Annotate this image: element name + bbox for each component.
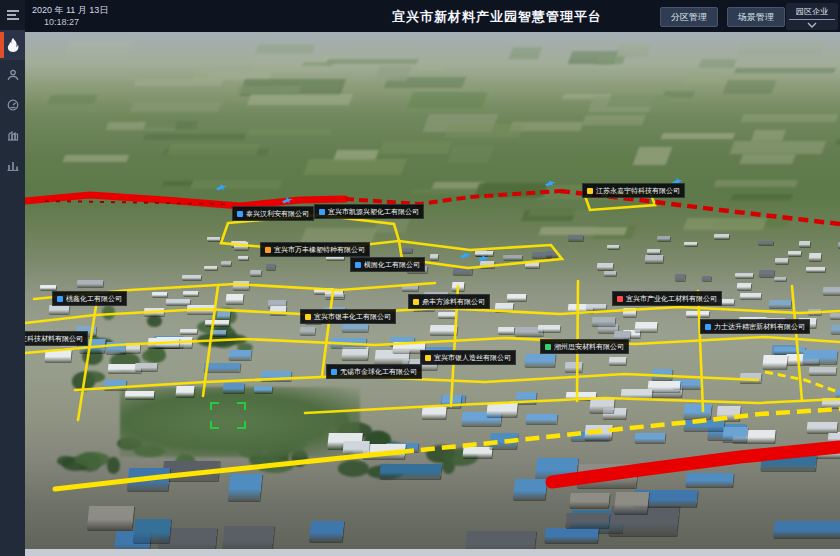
company-label[interactable]: 宜兴市万丰橡塑特种有限公司	[260, 242, 370, 257]
selection-reticle	[210, 402, 246, 429]
fire-icon	[7, 38, 19, 52]
company-label[interactable]: 江苏永嘉宇特科技有限公司	[582, 183, 685, 198]
company-label[interactable]: 无锡市金球化工有限公司	[326, 364, 422, 379]
company-label[interactable]: 泰兴汉利安有限公司	[232, 206, 314, 221]
zone-manage-button[interactable]: 分区管理	[660, 7, 718, 27]
sidebar-item-menu-toggle[interactable]	[0, 0, 25, 30]
company-label[interactable]: 横固化工有限公司	[350, 257, 425, 272]
company-label-text: 无锡市金球化工有限公司	[340, 367, 417, 376]
company-label[interactable]: 宜兴市产业化工材料有限公司	[612, 291, 722, 306]
datetime: 2020 年 11 月 13日 10:18:27	[32, 4, 108, 28]
sidebar-item-monitoring[interactable]	[0, 90, 25, 120]
company-label[interactable]: 潮州思安材料有限公司	[540, 339, 629, 354]
sidebar-item-personnel[interactable]	[0, 60, 25, 90]
sidebar	[0, 0, 25, 556]
company-label-text: 泰兴汉利安有限公司	[246, 209, 309, 218]
sidebar-item-enterprises[interactable]	[0, 120, 25, 150]
park-enterprise-dropdown[interactable]: 园区企业	[786, 3, 838, 30]
gauge-icon	[7, 99, 19, 111]
company-label[interactable]: 桃鑫化工有限公司	[52, 291, 127, 306]
company-marker-icon	[355, 262, 361, 268]
company-label-text: 横固化工有限公司	[364, 260, 420, 269]
company-label-text: 宜兴市银丰化工有限公司	[314, 312, 391, 321]
company-label-text: 兴超旺科技材料有限公司	[25, 334, 83, 343]
company-marker-icon	[237, 211, 243, 217]
scene-manage-button[interactable]: 场景管理	[727, 7, 785, 27]
factory-icon	[7, 129, 19, 141]
company-label-text: 鼎丰方涂料有限公司	[422, 297, 485, 306]
company-marker-icon	[587, 188, 593, 194]
company-marker-icon	[319, 209, 325, 215]
company-marker-icon	[305, 314, 311, 320]
smart-park-platform: 2020 年 11 月 13日 10:18:27 宜兴市新材料产业园智慧管理平台…	[0, 0, 840, 556]
bottom-edge-strip	[25, 549, 840, 556]
company-marker-icon	[331, 369, 337, 375]
company-label-text: 潮州思安材料有限公司	[554, 342, 624, 351]
company-marker-icon	[617, 296, 623, 302]
company-label-text: 宜兴市产业化工材料有限公司	[626, 294, 717, 303]
page-title: 宜兴市新材料产业园智慧管理平台	[392, 8, 602, 26]
company-marker-icon	[545, 344, 551, 350]
company-label[interactable]: 兴超旺科技材料有限公司	[25, 331, 88, 346]
company-label-text: 江苏永嘉宇特科技有限公司	[596, 186, 680, 195]
company-marker-icon	[265, 247, 271, 253]
company-label-text: 宜兴市银人造丝有限公司	[434, 353, 511, 362]
company-label-text: 宜兴市万丰橡塑特种有限公司	[274, 245, 365, 254]
company-marker-icon	[57, 296, 63, 302]
chevron-down-icon	[786, 22, 838, 28]
company-label-text: 宜兴市凯源兴塑化工有限公司	[328, 207, 419, 216]
sidebar-item-fire-monitor[interactable]	[0, 30, 25, 60]
company-label[interactable]: 力士达升精密新材料有限公司	[700, 319, 810, 334]
company-label[interactable]: 鼎丰方涂料有限公司	[408, 294, 490, 309]
date-text: 2020 年 11 月 13日	[32, 5, 108, 15]
company-label-text: 桃鑫化工有限公司	[66, 294, 122, 303]
company-label-text: 力士达升精密新材料有限公司	[714, 322, 805, 331]
top-bar: 2020 年 11 月 13日 10:18:27 宜兴市新材料产业园智慧管理平台…	[0, 0, 840, 32]
map-viewport[interactable]: 泰兴汉利安有限公司宜兴市凯源兴塑化工有限公司宜兴市万丰橡塑特种有限公司横固化工有…	[25, 32, 840, 556]
bar-chart-icon	[7, 159, 19, 171]
company-marker-icon	[413, 299, 419, 305]
company-label[interactable]: 宜兴市凯源兴塑化工有限公司	[314, 204, 424, 219]
sidebar-item-statistics[interactable]	[0, 150, 25, 180]
user-icon	[7, 69, 19, 81]
company-marker-icon	[425, 355, 431, 361]
time-text: 10:18:27	[44, 17, 79, 27]
company-label[interactable]: 宜兴市银人造丝有限公司	[420, 350, 516, 365]
company-marker-icon	[705, 324, 711, 330]
menu-icon	[6, 9, 20, 21]
park-enterprise-label: 园区企业	[789, 3, 835, 20]
company-label[interactable]: 宜兴市银丰化工有限公司	[300, 309, 396, 324]
